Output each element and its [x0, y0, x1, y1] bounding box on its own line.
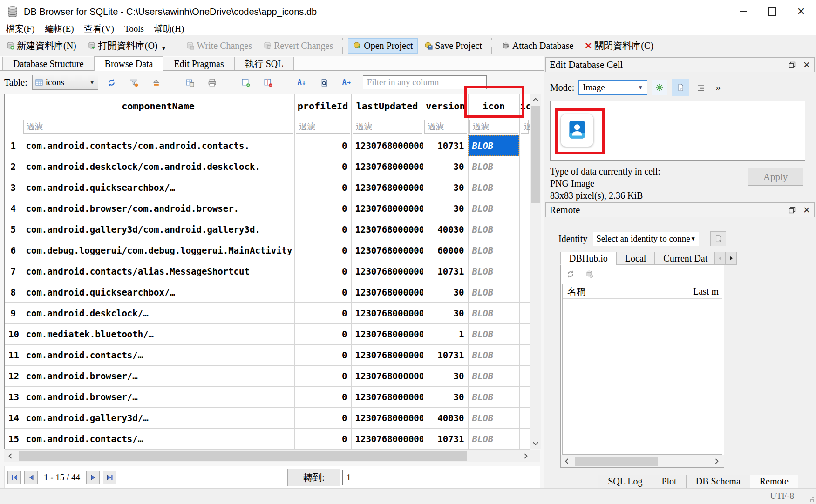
cell-icon[interactable]: BLOB	[468, 198, 519, 219]
cell-lastUpdated[interactable]: 1230768000000	[351, 219, 423, 240]
refresh-table-icon[interactable]	[107, 78, 116, 87]
column-filter-input[interactable]: 過濾	[353, 120, 422, 134]
cell-version[interactable]: 10731	[423, 345, 468, 366]
close-button[interactable]: ✕	[787, 0, 816, 23]
cell-componentName[interactable]: com.android.browser/com.android.browser.	[22, 198, 294, 219]
cell-profileId[interactable]: 0	[294, 408, 351, 429]
text-view-button[interactable]	[672, 79, 689, 96]
cell-componentName[interactable]: com.android.browser/…	[22, 387, 294, 408]
tab-current-database[interactable]: Current Dat	[654, 252, 715, 265]
cell-profileId[interactable]: 0	[294, 282, 351, 303]
previous-record-button[interactable]	[24, 471, 38, 484]
scroll-up-icon[interactable]	[530, 94, 541, 105]
tab-dbhub[interactable]: DBHub.io	[560, 252, 617, 265]
cell-componentName[interactable]: com.android.deskclock/com.android.deskcl…	[22, 156, 294, 177]
cell-icon[interactable]: BLOB	[468, 408, 519, 429]
cell-icon[interactable]: BLOB	[468, 156, 519, 177]
close-database-button[interactable]: ✕ 關閉資料庫(C)	[580, 38, 658, 54]
vertical-scrollbar[interactable]	[530, 94, 541, 449]
cell-version[interactable]: 60000	[423, 240, 468, 261]
cell-version[interactable]: 30	[423, 198, 468, 219]
cell-componentName[interactable]: com.debug.loggerui/com.debug.loggerui.Ma…	[22, 240, 294, 261]
tab-browse-data[interactable]: Browse Data	[94, 56, 164, 71]
mode-select[interactable]: Image ▼	[578, 80, 647, 95]
cell-componentName[interactable]: com.android.contacts/alias.MessageShortc…	[22, 261, 294, 282]
goto-record-input[interactable]	[342, 470, 537, 485]
menu-tools[interactable]: Tools	[124, 24, 144, 34]
tab-database-structure[interactable]: Database Structure	[2, 57, 95, 70]
cell-profileId[interactable]: 0	[294, 177, 351, 198]
cell-componentName[interactable]: com.android.deskclock/…	[22, 303, 294, 324]
cell-lastUpdated[interactable]: 1230768000000	[351, 345, 423, 366]
apply-button[interactable]: Apply	[748, 168, 803, 186]
clone-database-icon[interactable]	[585, 270, 593, 278]
cell-lastUpdated[interactable]: 1230768000000	[351, 135, 423, 156]
first-record-button[interactable]	[7, 471, 21, 484]
column-header-componentName[interactable]: componentName	[22, 94, 294, 118]
scroll-left-icon[interactable]	[561, 455, 573, 467]
remote-horizontal-scrollbar[interactable]	[561, 455, 724, 467]
cell-icon[interactable]: BLOB	[468, 345, 519, 366]
cell-version[interactable]: 40030	[423, 219, 468, 240]
sort-ascending-icon[interactable]: A↓	[297, 78, 306, 87]
tab-db-schema[interactable]: DB Schema	[686, 475, 750, 488]
scroll-right-icon[interactable]	[711, 455, 723, 467]
cell-icon-selected[interactable]: BLOB	[468, 135, 519, 156]
save-project-button[interactable]: Save Project	[420, 39, 487, 53]
cell-profileId[interactable]: 0	[294, 261, 351, 282]
next-record-button[interactable]	[86, 471, 100, 484]
maximize-button[interactable]	[758, 0, 787, 23]
column-header-version[interactable]: version	[423, 94, 468, 118]
cell-version[interactable]: 30	[423, 282, 468, 303]
float-dock-icon[interactable]	[789, 61, 796, 68]
tab-scroll-right-icon[interactable]	[726, 252, 737, 265]
row-number[interactable]: 6	[5, 240, 22, 261]
cell-icon[interactable]: BLOB	[468, 219, 519, 240]
cell-profileId[interactable]: 0	[294, 324, 351, 345]
cell-lastUpdated[interactable]: 1230768000000	[351, 408, 423, 429]
cell-componentName[interactable]: com.android.quicksearchbox/…	[22, 282, 294, 303]
cell-componentName[interactable]: com.android.browser/…	[22, 366, 294, 387]
menu-help[interactable]: 幫助(H)	[154, 23, 184, 35]
row-number[interactable]: 2	[5, 156, 22, 177]
delete-record-icon[interactable]	[264, 78, 273, 87]
row-number[interactable]: 4	[5, 198, 22, 219]
cell-version[interactable]: 10731	[423, 261, 468, 282]
refresh-remote-icon[interactable]	[566, 270, 575, 278]
last-record-button[interactable]	[103, 471, 116, 484]
cell-lastUpdated[interactable]: 1230768000000	[351, 156, 423, 177]
cell-profileId[interactable]: 0	[294, 387, 351, 408]
name-column-header[interactable]: 名稱	[563, 284, 689, 298]
cell-lastUpdated[interactable]: 1230768000000	[351, 177, 423, 198]
clear-filters-icon[interactable]	[129, 78, 139, 87]
cell-profileId[interactable]: 0	[294, 198, 351, 219]
scrollbar-track[interactable]	[530, 105, 541, 438]
table-select[interactable]: icons ▼	[32, 75, 98, 90]
minimize-button[interactable]	[729, 0, 758, 23]
tab-sql-log[interactable]: SQL Log	[598, 475, 652, 488]
cell-profileId[interactable]: 0	[294, 303, 351, 324]
column-filter-input[interactable]: 過濾	[296, 120, 350, 134]
row-number[interactable]: 7	[5, 261, 22, 282]
sort-custom-icon[interactable]: A→	[342, 78, 351, 87]
column-filter-input[interactable]: 過濾	[469, 120, 518, 134]
column-filter-input[interactable]: 過濾	[521, 120, 529, 134]
identity-certificate-button[interactable]	[710, 231, 726, 246]
print-icon[interactable]	[208, 78, 217, 87]
cell-icon[interactable]: BLOB	[468, 387, 519, 408]
cell-lastUpdated[interactable]: 1230768000000	[351, 324, 423, 345]
scrollbar-thumb[interactable]	[575, 457, 658, 466]
cell-version[interactable]: 30	[423, 156, 468, 177]
cell-profileId[interactable]: 0	[294, 135, 351, 156]
tab-plot[interactable]: Plot	[652, 475, 686, 488]
corner-header[interactable]	[5, 94, 22, 118]
cell-componentName[interactable]: com.mediatek.bluetooth/…	[22, 324, 294, 345]
cell-componentName[interactable]: com.android.contacts/…	[22, 429, 294, 450]
cell-componentName[interactable]: com.android.contacts/…	[22, 345, 294, 366]
import-data-button[interactable]	[652, 80, 667, 95]
last-modified-column-header[interactable]: Last m	[689, 284, 722, 298]
cell-icon[interactable]: BLOB	[468, 429, 519, 450]
cell-lastUpdated[interactable]: 1230768000000	[351, 387, 423, 408]
horizontal-scrollbar[interactable]	[4, 450, 540, 462]
goto-record-button[interactable]: 轉到:	[287, 469, 340, 486]
